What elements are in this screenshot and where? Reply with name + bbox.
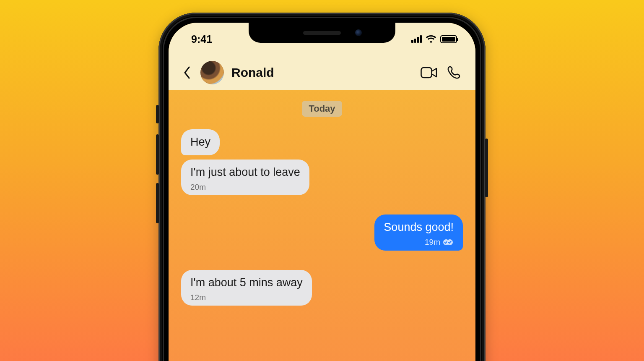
back-button[interactable] (179, 65, 195, 80)
video-camera-icon (421, 66, 437, 79)
message-text: I'm just about to leave (190, 165, 300, 180)
video-call-button[interactable] (418, 62, 439, 83)
phone-device: 9:41 Ronald (158, 13, 486, 361)
chat-header: Ronald (169, 55, 475, 90)
message-text: Sounds good! (384, 220, 454, 235)
read-receipt-icon (443, 239, 454, 246)
chevron-left-icon (183, 66, 191, 79)
date-separator: Today (302, 101, 342, 117)
chat-body[interactable]: Today Hey I'm just about to leave 20m So… (169, 90, 475, 361)
phone-icon (447, 65, 461, 80)
contact-avatar[interactable] (200, 61, 224, 84)
speaker-grille (303, 31, 341, 35)
wifi-icon (426, 35, 436, 43)
svg-rect-0 (421, 68, 432, 78)
message-row: I'm about 5 mins away 12m (181, 270, 463, 306)
message-timestamp: 19m (425, 237, 440, 247)
incoming-message-bubble[interactable]: I'm just about to leave 20m (181, 160, 309, 196)
battery-icon (440, 35, 457, 43)
status-indicators (411, 35, 457, 43)
notch (249, 23, 395, 43)
message-row: Sounds good! 19m (181, 215, 463, 251)
message-timestamp: 20m (190, 182, 300, 192)
power-button (485, 139, 488, 197)
incoming-message-bubble[interactable]: Hey (181, 129, 220, 155)
front-camera (355, 29, 362, 36)
voice-call-button[interactable] (444, 62, 465, 83)
phone-screen: 9:41 Ronald (169, 23, 475, 361)
contact-name[interactable]: Ronald (231, 65, 414, 80)
message-text: Hey (190, 135, 210, 149)
volume-down-button (156, 183, 159, 223)
message-row: Hey (181, 129, 463, 155)
message-timestamp: 12m (190, 293, 303, 303)
outgoing-message-bubble[interactable]: Sounds good! 19m (374, 215, 463, 251)
status-time: 9:41 (191, 33, 212, 45)
mute-switch (156, 105, 159, 123)
cellular-signal-icon (411, 35, 422, 43)
incoming-message-bubble[interactable]: I'm about 5 mins away 12m (181, 270, 312, 306)
message-text: I'm about 5 mins away (190, 276, 303, 290)
volume-up-button (156, 134, 159, 175)
message-row: I'm just about to leave 20m (181, 160, 463, 196)
